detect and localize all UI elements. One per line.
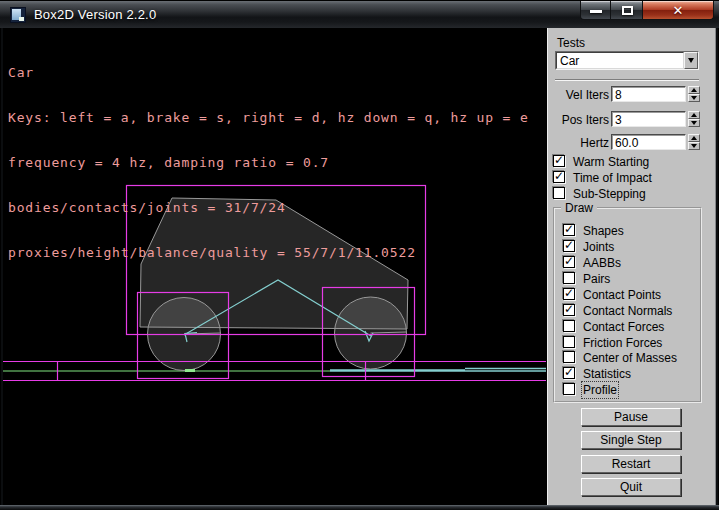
checkbox-box[interactable]: [553, 187, 565, 199]
stats-line: Keys: left = a, brake = s, right = d, hz…: [8, 110, 529, 125]
arrow-up-icon: [691, 88, 697, 92]
pos-iters-spinner: [688, 111, 700, 127]
app-window: Box2D Version 2.2.0 ✕: [0, 0, 719, 510]
checkbox-box[interactable]: [563, 367, 575, 379]
window-title: Box2D Version 2.2.0: [34, 7, 156, 22]
stats-text: Car Keys: left = a, brake = s, right = d…: [8, 35, 529, 290]
tests-dropdown-value[interactable]: Car: [556, 52, 684, 69]
tests-dropdown[interactable]: Car: [555, 51, 699, 70]
checkbox-box[interactable]: [563, 351, 575, 363]
checkbox-box[interactable]: [563, 304, 575, 316]
chevron-down-icon: [688, 58, 694, 63]
arrow-up-icon: [691, 113, 697, 117]
checkbox-label: Center of Masses: [583, 351, 677, 365]
stats-line: Car: [8, 65, 529, 80]
hertz-row: Hertz 60.0: [548, 134, 717, 150]
checkbox-box[interactable]: [563, 383, 575, 395]
checkbox-label: Profile: [583, 383, 617, 397]
arrow-down-icon: [691, 144, 697, 148]
quit-button[interactable]: Quit: [581, 478, 681, 496]
titlebar: Box2D Version 2.2.0 ✕: [0, 0, 719, 28]
vel-iters-spinner: [688, 86, 700, 102]
arrow-down-icon: [691, 121, 697, 125]
checkbox-box[interactable]: [563, 336, 575, 348]
vel-iters-row: Vel Iters 8: [548, 86, 717, 102]
checkbox-label: Statistics: [583, 367, 631, 381]
control-panel: Tests Car Vel Iters 8 Pos Iters 3: [547, 28, 716, 505]
checkbox-box[interactable]: [563, 224, 575, 236]
checkbox-box[interactable]: [563, 272, 575, 284]
draw-group-box: Draw Shapes Joints AABBs Pairs: [553, 207, 702, 403]
draw-group-title: Draw: [561, 201, 597, 215]
pos-iters-input[interactable]: 3: [611, 111, 686, 127]
checkbox-label: Shapes: [583, 224, 624, 238]
pos-iters-label: Pos Iters: [548, 113, 609, 127]
checkbox-label: Contact Normals: [583, 304, 672, 318]
caption-buttons: ✕: [580, 1, 714, 20]
stats-line: frequency = 4 hz, damping ratio = 0.7: [8, 155, 529, 170]
hertz-spinner: [688, 134, 700, 150]
pos-iters-spinner-down[interactable]: [688, 119, 700, 127]
maximize-button[interactable]: [611, 1, 642, 20]
hertz-spinner-up[interactable]: [688, 134, 700, 142]
restart-button[interactable]: Restart: [581, 455, 681, 473]
checkbox-label: Sub-Stepping: [573, 187, 646, 201]
minimize-button[interactable]: [580, 1, 611, 20]
pause-button[interactable]: Pause: [581, 408, 681, 426]
checkbox-label: Contact Points: [583, 288, 661, 302]
checkbox-box[interactable]: [553, 171, 565, 183]
arrow-down-icon: [691, 96, 697, 100]
stats-line: bodies/contacts/joints = 31/7/24: [8, 200, 529, 215]
hertz-spinner-down[interactable]: [688, 142, 700, 150]
bridge-joints: [330, 369, 546, 372]
vel-iters-input[interactable]: 8: [611, 86, 686, 102]
pos-iters-row: Pos Iters 3: [548, 111, 717, 127]
hertz-input[interactable]: 60.0: [611, 134, 686, 150]
minimize-icon: [590, 10, 602, 13]
checkbox-label: Contact Forces: [583, 320, 664, 334]
checkbox-box[interactable]: [563, 320, 575, 332]
app-icon: [10, 7, 26, 23]
maximize-icon: [622, 6, 633, 15]
vel-iters-spinner-up[interactable]: [688, 86, 700, 94]
vel-iters-label: Vel Iters: [548, 88, 609, 102]
vel-iters-spinner-down[interactable]: [688, 94, 700, 102]
single-step-button[interactable]: Single Step: [581, 431, 681, 449]
checkbox-box[interactable]: [563, 288, 575, 300]
checkbox-box[interactable]: [563, 256, 575, 268]
arrow-up-icon: [691, 136, 697, 140]
simulation-canvas[interactable]: Car Keys: left = a, brake = s, right = d…: [3, 28, 547, 505]
checkbox-label: AABBs: [583, 256, 621, 270]
checkbox-label: Pairs: [583, 272, 610, 286]
hertz-label: Hertz: [548, 136, 609, 150]
checkbox-label: Friction Forces: [583, 336, 662, 350]
checkbox-box[interactable]: [553, 155, 565, 167]
checkbox-label: Time of Impact: [573, 171, 652, 185]
window-content: Car Keys: left = a, brake = s, right = d…: [3, 28, 716, 505]
window-bottom-border: [0, 505, 719, 510]
pos-iters-spinner-up[interactable]: [688, 111, 700, 119]
checkbox-label: Joints: [583, 240, 614, 254]
close-button[interactable]: ✕: [642, 1, 714, 20]
contact-point-marker: [185, 369, 195, 372]
tests-label: Tests: [557, 36, 585, 50]
checkbox-label: Warm Starting: [573, 155, 649, 169]
tests-dropdown-arrow-button[interactable]: [684, 52, 698, 69]
checkbox-box[interactable]: [563, 240, 575, 252]
separator: [555, 79, 699, 81]
close-icon: ✕: [643, 3, 713, 18]
stats-line: proxies/height/balance/quality = 55/7/1/…: [8, 245, 529, 260]
